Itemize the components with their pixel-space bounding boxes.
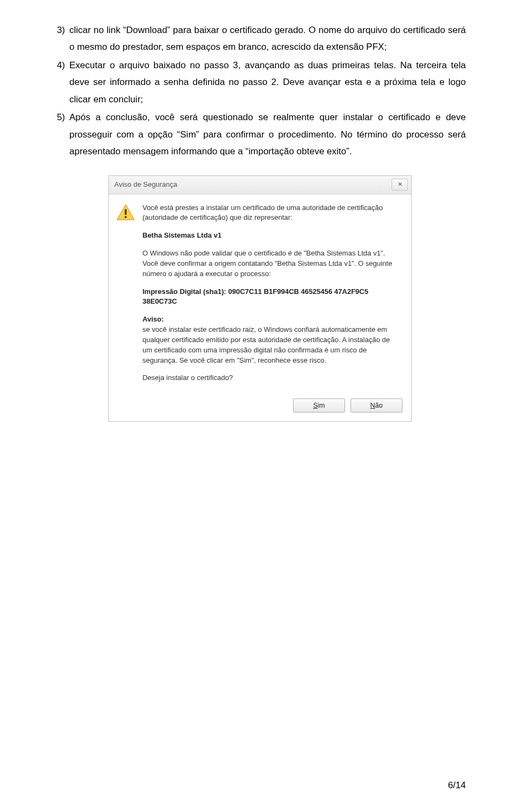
list-number: 3): [54, 22, 69, 56]
dialog-question: Deseja instalar o certificado?: [142, 373, 401, 383]
dialog-titlebar: Aviso de Segurança ✕: [109, 176, 411, 194]
yes-button[interactable]: Sim: [293, 398, 345, 412]
list-text: clicar no link “Download” para baixar o …: [69, 22, 466, 56]
button-hotkey: S: [313, 401, 317, 410]
list-text: Após a conclusão, você será questionado …: [69, 109, 466, 160]
page-number: 6/14: [448, 777, 466, 794]
list-text: Executar o arquivo baixado no passo 3, a…: [69, 57, 466, 108]
button-label-rest: im: [318, 401, 325, 410]
dialog-button-row: Sim Não: [109, 393, 411, 421]
list-number: 4): [54, 57, 69, 108]
button-hotkey: N: [370, 401, 375, 410]
dialog-validate-text: O Windows não pode validar que o certifi…: [142, 248, 401, 279]
dialog-warning-label: Aviso:: [142, 315, 401, 325]
dialog-issuer-name: Betha Sistemas Ltda v1: [142, 231, 401, 241]
dialog-warning-body: se você instalar este certificado raiz, …: [142, 325, 401, 365]
close-icon[interactable]: ✕: [392, 179, 408, 191]
dialog-screenshot: Aviso de Segurança ✕ Você está prestes a…: [54, 175, 466, 422]
dialog-title: Aviso de Segurança: [114, 180, 177, 190]
instruction-list: 3) clicar no link “Download” para baixar…: [54, 22, 466, 160]
dialog-message: Você está prestes a instalar um certific…: [142, 203, 401, 391]
warning-icon: [116, 204, 135, 220]
dialog-icon-column: [116, 203, 142, 391]
no-button[interactable]: Não: [350, 398, 402, 412]
dialog-intro-text: Você está prestes a instalar um certific…: [142, 203, 401, 224]
security-warning-dialog: Aviso de Segurança ✕ Você está prestes a…: [108, 175, 412, 422]
dialog-thumbprint: Impressão Digital (sha1): 090C7C11 B1F99…: [142, 287, 401, 307]
list-item: 4) Executar o arquivo baixado no passo 3…: [54, 57, 466, 108]
svg-rect-1: [125, 209, 126, 215]
list-number: 5): [54, 109, 69, 160]
button-label-rest: ão: [375, 401, 383, 410]
dialog-body: Você está prestes a instalar um certific…: [109, 194, 411, 394]
list-item: 5) Após a conclusão, você será questiona…: [54, 109, 466, 160]
svg-point-2: [125, 216, 127, 218]
list-item: 3) clicar no link “Download” para baixar…: [54, 22, 466, 56]
